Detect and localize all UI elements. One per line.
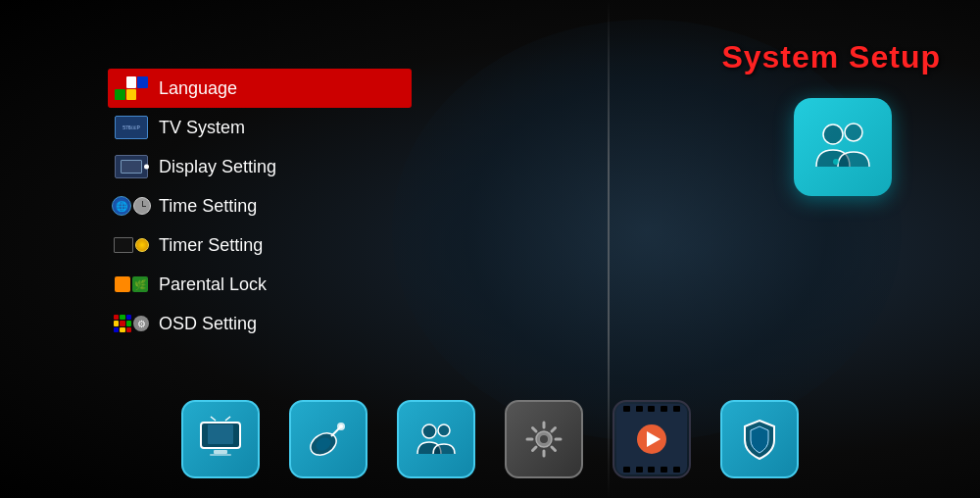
svg-rect-6 [210, 454, 231, 456]
svg-line-25 [533, 447, 537, 451]
dock-item-users[interactable] [397, 400, 475, 478]
users-dock-icon [412, 415, 461, 464]
menu-item-display-setting[interactable]: Display Setting [108, 147, 412, 186]
svg-point-2 [833, 159, 839, 165]
dock-item-shield[interactable] [720, 400, 799, 478]
svg-point-14 [422, 424, 436, 438]
top-icon-users [794, 98, 892, 196]
users-large-icon [808, 113, 877, 181]
settings-dock-icon [519, 415, 568, 464]
osd-setting-icon: ⚙ [114, 310, 149, 337]
svg-line-22 [533, 428, 537, 432]
svg-line-7 [211, 417, 216, 421]
menu-item-parental-lock[interactable]: 🌿 Parental Lock [108, 265, 412, 304]
parental-lock-label: Parental Lock [159, 274, 267, 295]
time-setting-icon: 🌐 [114, 192, 149, 220]
timer-setting-icon [114, 231, 149, 259]
svg-point-13 [339, 424, 343, 428]
tv-dock-icon [196, 415, 245, 464]
menu-item-tv-system[interactable]: TV System [108, 108, 412, 147]
dock-item-settings[interactable] [505, 400, 583, 478]
tv-system-icon [114, 114, 149, 141]
menu-item-osd-setting[interactable]: ⚙ OSD Setting [108, 304, 412, 343]
menu-container: Language TV System Display Setting 🌐 Tim… [108, 69, 412, 343]
svg-point-1 [845, 124, 862, 141]
parental-lock-icon: 🌿 [114, 271, 149, 298]
dock [0, 400, 980, 478]
menu-item-timer-setting[interactable]: Timer Setting [108, 225, 412, 265]
tv-system-label: TV System [159, 118, 245, 138]
menu-item-time-setting[interactable]: 🌐 Time Setting [108, 186, 412, 225]
svg-rect-5 [214, 450, 227, 454]
timer-setting-label: Timer Setting [159, 235, 263, 256]
display-setting-icon [114, 153, 149, 180]
time-setting-label: Time Setting [159, 196, 257, 217]
language-icon [114, 75, 149, 102]
dock-item-tv[interactable] [181, 400, 260, 478]
menu-item-language[interactable]: Language [108, 69, 412, 108]
svg-line-23 [552, 447, 556, 451]
svg-point-15 [438, 424, 450, 436]
svg-line-24 [552, 428, 556, 432]
ironman-background [392, 20, 902, 441]
satellite-dock-icon [304, 415, 353, 464]
shield-dock-icon [735, 415, 784, 464]
svg-line-8 [225, 417, 230, 421]
svg-point-17 [540, 435, 548, 443]
display-setting-label: Display Setting [159, 157, 276, 177]
svg-point-0 [823, 124, 843, 144]
page-title: System Setup [721, 39, 941, 75]
osd-setting-label: OSD Setting [159, 314, 257, 334]
svg-rect-4 [208, 424, 233, 444]
language-label: Language [159, 78, 237, 99]
dock-item-satellite[interactable] [289, 400, 368, 478]
dock-item-media[interactable] [612, 400, 691, 478]
film-strip-icon [616, 404, 687, 474]
